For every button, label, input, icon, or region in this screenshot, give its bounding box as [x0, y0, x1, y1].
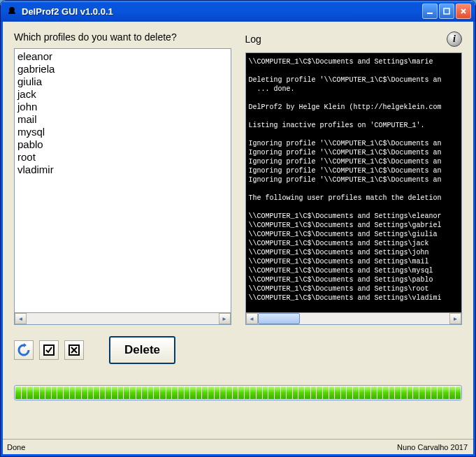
- progress-segment: [45, 386, 51, 399]
- progress-segment: [185, 386, 190, 399]
- progress-segment: [142, 386, 147, 399]
- progress-segment: [52, 386, 57, 399]
- progress-segment: [389, 386, 395, 399]
- progress-segment: [226, 386, 232, 399]
- profiles-listbox[interactable]: eleanorgabrielagiuliajackjohnmailmysqlpa…: [14, 48, 231, 313]
- progress-segment: [118, 386, 124, 399]
- progress-segment: [377, 386, 383, 399]
- progress-segment: [70, 386, 75, 399]
- progress-segment: [323, 386, 329, 399]
- select-all-button[interactable]: [39, 340, 59, 360]
- progress-segment: [94, 386, 99, 399]
- progress-segment: [257, 386, 262, 399]
- progress-segment: [408, 386, 413, 399]
- app-window: DelProf2 GUI v1.0.0.1 Which profiles do …: [0, 0, 476, 457]
- scroll-left-icon[interactable]: ◄: [246, 313, 258, 324]
- progress-segment: [22, 386, 27, 399]
- status-bar: Done Nuno Carvalho 2017: [3, 439, 473, 454]
- log-scrollbar[interactable]: ◄ ►: [245, 313, 463, 325]
- select-none-button[interactable]: [64, 340, 84, 360]
- log-label: Log: [245, 34, 261, 45]
- log-console[interactable]: \\COMPUTER_1\C$\Documents and Settings\m…: [245, 52, 463, 313]
- progress-segment: [456, 386, 461, 399]
- list-item[interactable]: mail: [17, 113, 228, 126]
- profiles-scrollbar[interactable]: ◄ ►: [14, 313, 231, 325]
- info-icon[interactable]: i: [447, 31, 462, 47]
- progress-segment: [287, 386, 292, 399]
- list-item[interactable]: giulia: [17, 75, 228, 88]
- list-item[interactable]: pablo: [17, 138, 228, 151]
- progress-segment: [238, 386, 244, 399]
- progress-segment: [27, 386, 33, 399]
- scroll-right-icon[interactable]: ►: [449, 313, 461, 324]
- progress-segment: [15, 386, 21, 399]
- svg-rect-0: [427, 13, 433, 14]
- progress-segment: [172, 386, 178, 399]
- progress-segment: [293, 386, 298, 399]
- client-area: Which profiles do you want to delete? el…: [1, 22, 475, 456]
- progress-segment: [365, 386, 370, 399]
- list-item[interactable]: jack: [17, 88, 228, 101]
- progress-bar: [14, 385, 462, 400]
- progress-segment: [263, 386, 268, 399]
- progress-segment: [311, 386, 317, 399]
- scroll-track[interactable]: [258, 313, 450, 324]
- progress-segment: [341, 386, 347, 399]
- list-item[interactable]: vladimir: [17, 164, 228, 176]
- progress-segment: [438, 386, 443, 399]
- select-none-icon: [68, 344, 80, 356]
- list-item[interactable]: eleanor: [17, 50, 228, 63]
- progress-segment: [335, 386, 340, 399]
- progress-segment: [40, 386, 45, 399]
- progress-segment: [383, 386, 389, 399]
- progress-segment: [82, 386, 87, 399]
- progress-segment: [100, 386, 106, 399]
- progress-segment: [353, 386, 359, 399]
- progress-segment: [305, 386, 310, 399]
- progress-segment: [130, 386, 136, 399]
- list-item[interactable]: mysql: [17, 126, 228, 138]
- progress-segment: [401, 386, 407, 399]
- scroll-thumb[interactable]: [258, 313, 300, 324]
- progress-segment: [443, 386, 449, 399]
- progress-segment: [208, 386, 214, 399]
- progress-segment: [347, 386, 352, 399]
- progress-segment: [106, 386, 111, 399]
- progress-segment: [413, 386, 419, 399]
- svg-rect-1: [444, 8, 449, 14]
- progress-segment: [275, 386, 280, 399]
- close-button[interactable]: [456, 3, 471, 19]
- scroll-left-icon[interactable]: ◄: [15, 313, 27, 324]
- profiles-label: Which profiles do you want to delete?: [14, 31, 231, 43]
- progress-segment: [220, 386, 226, 399]
- delete-button[interactable]: Delete: [109, 336, 175, 364]
- progress-segment: [298, 386, 304, 399]
- progress-segment: [178, 386, 184, 399]
- list-item[interactable]: john: [17, 101, 228, 113]
- titlebar[interactable]: DelProf2 GUI v1.0.0.1: [1, 1, 475, 22]
- progress-segment: [160, 386, 166, 399]
- list-item[interactable]: gabriela: [17, 63, 228, 75]
- progress-segment: [371, 386, 377, 399]
- progress-segment: [426, 386, 431, 399]
- progress-segment: [190, 386, 196, 399]
- progress-segment: [166, 386, 172, 399]
- window-title: DelProf2 GUI v1.0.0.1: [20, 6, 422, 17]
- progress-segment: [64, 386, 69, 399]
- progress-segment: [449, 386, 455, 399]
- maximize-button[interactable]: [439, 3, 454, 19]
- select-all-icon: [43, 344, 55, 356]
- progress-segment: [112, 386, 117, 399]
- progress-segment: [196, 386, 202, 399]
- scroll-right-icon[interactable]: ►: [219, 313, 231, 324]
- refresh-button[interactable]: [14, 340, 34, 360]
- list-item[interactable]: root: [17, 151, 228, 164]
- progress-segment: [57, 386, 63, 399]
- progress-segment: [317, 386, 322, 399]
- progress-segment: [233, 386, 238, 399]
- minimize-button[interactable]: [422, 3, 438, 19]
- progress-segment: [250, 386, 256, 399]
- scroll-track[interactable]: [27, 313, 219, 324]
- progress-segment: [75, 386, 81, 399]
- progress-segment: [329, 386, 335, 399]
